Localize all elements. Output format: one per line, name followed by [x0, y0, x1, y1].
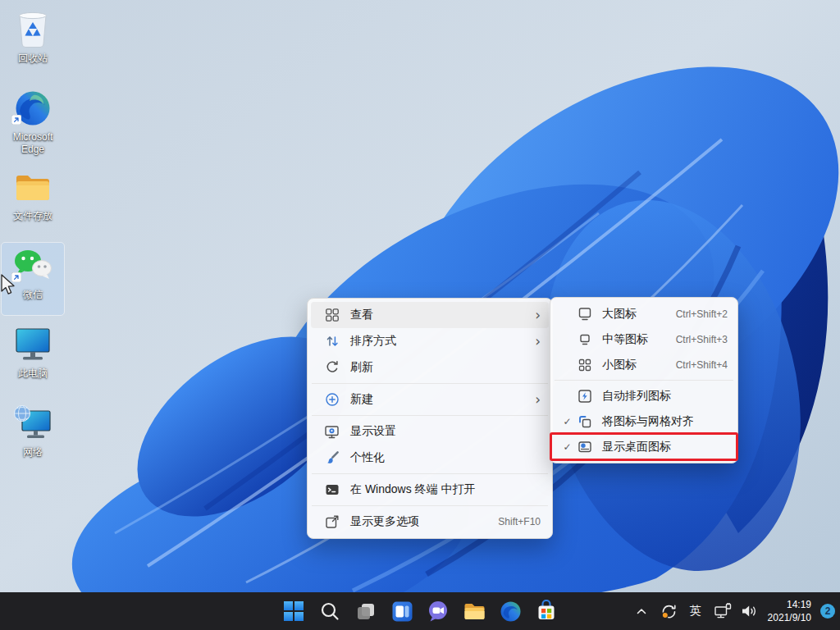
- menu-item-new[interactable]: 新建 ›: [311, 386, 549, 413]
- shortcut-arrow-badge: [11, 271, 21, 285]
- submenu-chevron-icon: ›: [535, 393, 541, 407]
- taskbar: 英 14:19 2021/9/10 2: [0, 592, 840, 630]
- submenu-item-label: 中等图标: [602, 332, 676, 347]
- network-tray-button[interactable]: [712, 597, 733, 625]
- submenu-chevron-icon: ›: [535, 308, 541, 322]
- submenu-item-align-to-grid[interactable]: ✓ 将图标与网格对齐: [554, 409, 734, 434]
- store-icon: [535, 600, 558, 623]
- tray-date: 2021/9/10: [768, 611, 811, 624]
- display-settings-icon: [324, 424, 340, 440]
- windows-update-tray-button[interactable]: [658, 597, 679, 625]
- taskbar-center-buttons: [277, 595, 563, 628]
- desktop-icon-label: 微信: [23, 289, 43, 301]
- submenu-item-small-icons[interactable]: 小图标 Ctrl+Shift+4: [554, 352, 734, 377]
- file-explorer-button[interactable]: [458, 595, 491, 628]
- edge-button[interactable]: [494, 595, 527, 628]
- desktop-icon-column: 回收站 Microsoft Edge: [2, 7, 64, 479]
- clock-tray-button[interactable]: 14:19 2021/9/10: [766, 597, 813, 625]
- recycle-bin-icon: [11, 9, 54, 50]
- volume-tray-button[interactable]: [739, 597, 760, 625]
- desktop-icon-file-storage[interactable]: 文件存放: [2, 164, 64, 236]
- task-view-icon: [354, 600, 377, 623]
- desktop-icon-this-pc[interactable]: 此电脑: [2, 322, 64, 394]
- desktop-icon-label: 回收站: [18, 52, 48, 65]
- desktop-icon-network[interactable]: 网络: [2, 400, 64, 472]
- menu-item-sort-by[interactable]: 排序方式 ›: [311, 328, 549, 354]
- menu-item-refresh[interactable]: 刷新: [311, 354, 549, 381]
- wechat-icon: [11, 245, 54, 286]
- submenu-item-show-desktop-icons[interactable]: ✓ 显示桌面图标: [554, 434, 734, 459]
- submenu-item-auto-arrange[interactable]: 自动排列图标: [554, 383, 734, 409]
- widgets-button[interactable]: [386, 595, 418, 628]
- submenu-item-label: 将图标与网格对齐: [602, 414, 728, 429]
- more-options-icon: [324, 514, 340, 530]
- menu-item-show-more-options[interactable]: 显示更多选项 Shift+F10: [311, 509, 549, 535]
- ime-label: 英: [688, 604, 703, 619]
- desktop-icon-wechat[interactable]: 微信: [2, 243, 64, 315]
- menu-item-personalize[interactable]: 个性化: [311, 445, 549, 471]
- submenu-item-medium-icons[interactable]: 中等图标 Ctrl+Shift+3: [554, 326, 734, 352]
- shortcut-arrow-badge: [11, 113, 21, 128]
- sort-icon: [324, 334, 340, 349]
- menu-separator: [312, 415, 548, 416]
- edge-icon: [500, 600, 522, 623]
- desktop-icon-label: 文件存放: [13, 210, 52, 222]
- search-icon: [319, 600, 340, 622]
- menu-item-label: 在 Windows 终端 中打开: [350, 482, 541, 497]
- menu-item-view[interactable]: 查看 ›: [311, 302, 549, 328]
- submenu-item-label: 显示桌面图标: [602, 440, 728, 454]
- network-icon: [11, 403, 54, 444]
- notification-count-badge[interactable]: 2: [820, 604, 835, 619]
- align-grid-icon: [578, 414, 592, 429]
- edge-icon: [11, 88, 54, 129]
- submenu-item-shortcut: Ctrl+Shift+3: [676, 334, 728, 345]
- checkmark-icon: ✓: [560, 441, 574, 453]
- desktop-icon-microsoft-edge[interactable]: Microsoft Edge: [2, 85, 64, 158]
- context-menu: 查看 › 排序方式 › 刷新 新建 ›: [307, 298, 553, 539]
- medium-icons-icon: [578, 332, 592, 347]
- this-pc-icon: [11, 324, 54, 365]
- personalize-icon: [324, 450, 340, 466]
- menu-separator: [312, 505, 548, 506]
- view-submenu: 大图标 Ctrl+Shift+2 中等图标 Ctrl+Shift+3 小图标 C…: [550, 297, 738, 463]
- refresh-icon: [324, 360, 340, 376]
- desktop-icon-recycle-bin[interactable]: 回收站: [2, 7, 64, 79]
- desktop-icon-label: 网络: [23, 446, 43, 459]
- tray-time: 14:19: [768, 598, 811, 611]
- menu-separator: [555, 380, 733, 381]
- ime-language-indicator[interactable]: 英: [685, 597, 706, 625]
- submenu-item-shortcut: Ctrl+Shift+4: [676, 359, 728, 371]
- taskbar-system-tray: 英 14:19 2021/9/10 2: [631, 592, 835, 630]
- auto-arrange-icon: [578, 389, 592, 404]
- widgets-icon: [391, 600, 413, 623]
- small-icons-icon: [578, 358, 592, 372]
- menu-separator: [312, 473, 548, 474]
- show-hidden-icons-button[interactable]: [631, 597, 652, 625]
- search-button[interactable]: [313, 595, 346, 628]
- submenu-item-large-icons[interactable]: 大图标 Ctrl+Shift+2: [554, 301, 734, 326]
- menu-item-label: 刷新: [350, 360, 541, 375]
- submenu-item-label: 大图标: [602, 307, 676, 322]
- menu-item-label: 新建: [350, 392, 528, 407]
- store-button[interactable]: [530, 595, 563, 628]
- menu-item-display-settings[interactable]: 显示设置: [311, 418, 549, 445]
- file-explorer-icon: [463, 600, 486, 623]
- menu-item-label: 个性化: [350, 450, 541, 465]
- submenu-item-label: 小图标: [602, 358, 676, 372]
- windows-logo-icon: [283, 600, 304, 622]
- new-icon: [324, 392, 340, 408]
- menu-item-label: 排序方式: [350, 334, 528, 349]
- desktop-icon-label: Microsoft Edge: [2, 131, 64, 156]
- task-view-button[interactable]: [349, 595, 382, 628]
- view-grid-icon: [324, 308, 340, 323]
- chat-icon: [427, 600, 450, 623]
- large-icons-icon: [578, 307, 592, 322]
- submenu-item-label: 自动排列图标: [602, 389, 728, 404]
- menu-separator: [312, 383, 548, 384]
- chat-button[interactable]: [422, 595, 454, 628]
- start-button[interactable]: [277, 595, 310, 628]
- folder-icon: [11, 167, 54, 208]
- checkmark-icon: ✓: [560, 416, 574, 427]
- menu-item-label: 显示设置: [350, 424, 541, 439]
- menu-item-open-windows-terminal[interactable]: 在 Windows 终端 中打开: [311, 477, 549, 503]
